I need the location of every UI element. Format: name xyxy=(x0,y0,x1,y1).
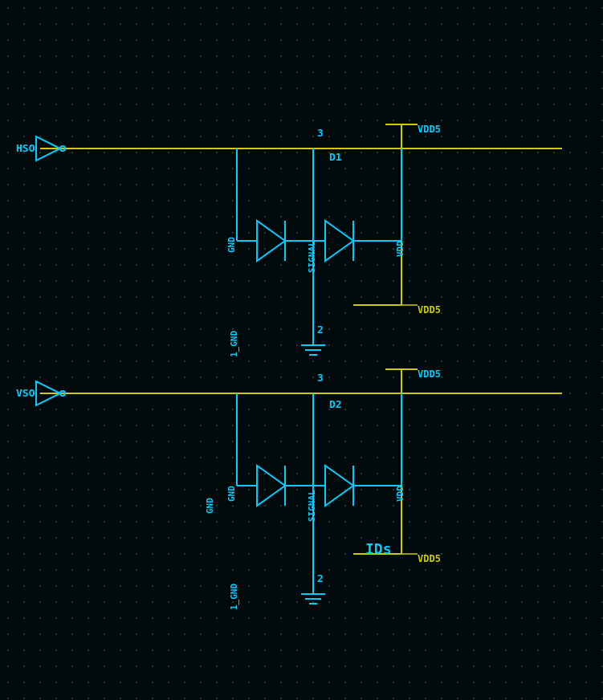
svg-text:SIGNAL: SIGNAL xyxy=(307,241,317,273)
svg-text:GND: GND xyxy=(226,486,237,502)
svg-text:GND: GND xyxy=(205,498,215,514)
svg-text:3: 3 xyxy=(317,127,324,139)
svg-text:SIGNAL: SIGNAL xyxy=(307,490,317,522)
svg-marker-33 xyxy=(257,466,285,506)
vso-label: VSO xyxy=(16,387,35,399)
svg-text:D2: D2 xyxy=(329,398,342,410)
svg-marker-6 xyxy=(257,221,285,261)
svg-text:1_GND: 1_GND xyxy=(229,331,239,357)
svg-text:GND: GND xyxy=(226,237,237,253)
svg-text:VDD5: VDD5 xyxy=(418,368,441,380)
svg-text:IDs: IDs xyxy=(365,540,392,557)
schematic-diagram: 3 2 GND SIGNAL VDD 1_GND 3 2 GND SIGNAL … xyxy=(0,0,603,700)
svg-text:1_GND: 1_GND xyxy=(229,584,239,610)
svg-marker-38 xyxy=(325,466,353,506)
svg-text:VDD: VDD xyxy=(395,241,405,257)
svg-marker-11 xyxy=(325,221,353,261)
svg-text:2: 2 xyxy=(317,324,324,336)
svg-text:D1: D1 xyxy=(329,151,342,163)
hso-label: HSO xyxy=(16,142,35,154)
svg-text:VDD5: VDD5 xyxy=(418,304,441,315)
svg-text:3: 3 xyxy=(317,372,324,384)
svg-text:2: 2 xyxy=(317,572,324,584)
svg-text:VDD: VDD xyxy=(395,486,405,502)
svg-text:VDD5: VDD5 xyxy=(418,553,441,564)
svg-text:VDD5: VDD5 xyxy=(418,124,441,135)
